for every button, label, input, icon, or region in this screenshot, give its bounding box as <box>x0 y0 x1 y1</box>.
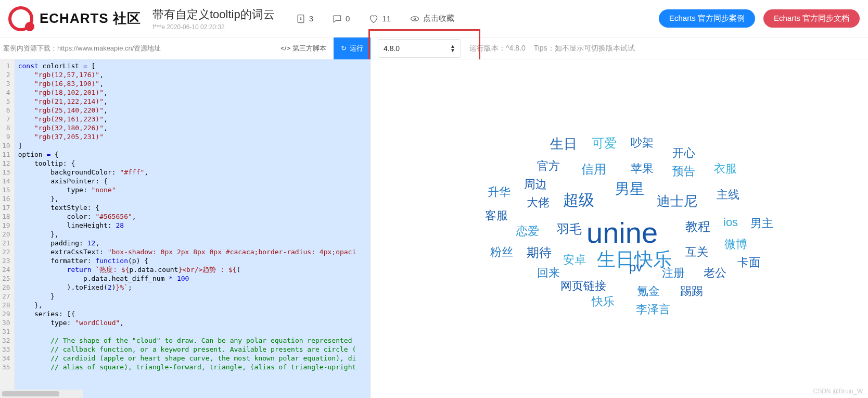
subbar: 案例内资源下载：https://www.makeapie.cn/资源地址 </>… <box>0 38 868 59</box>
favorite-label: 点击收藏 <box>423 14 454 23</box>
wordcloud: unine生日快乐超级男星信用生日可爱吵架开心官方苹果预告衣服周边升华大佬迪士尼… <box>371 59 868 398</box>
code-editor[interactable]: 1234567891011121314151617181920212223242… <box>0 59 371 398</box>
word-item[interactable]: unine <box>586 216 658 250</box>
header-buttons: Echarts 官方同步案例 Echarts 官方同步文档 <box>659 9 860 28</box>
word-item[interactable]: 卡面 <box>737 255 760 270</box>
code-icon: </> <box>280 44 290 52</box>
logo-text: ECHARTS 社区 <box>40 9 141 28</box>
word-item[interactable]: 大佬 <box>527 195 550 210</box>
word-item[interactable]: 男星 <box>615 179 644 199</box>
word-item[interactable]: 衣服 <box>714 161 737 177</box>
download-icon <box>296 14 306 24</box>
word-item[interactable]: 快乐 <box>592 294 615 309</box>
word-item[interactable]: 生日 <box>550 135 577 153</box>
word-item[interactable]: 迪士尼 <box>657 192 697 210</box>
refresh-icon: ↻ <box>341 44 347 52</box>
word-item[interactable]: 超级 <box>563 190 594 211</box>
word-item[interactable]: pv <box>629 260 642 275</box>
code-body[interactable]: const colorList = [ "rgb(12,57,176)", "r… <box>15 59 370 398</box>
page-title: 带有自定义tooltip的词云 <box>152 7 275 22</box>
eye-icon <box>410 14 420 24</box>
word-item[interactable]: ios <box>723 216 738 229</box>
comments-stat[interactable]: 0 <box>332 14 350 24</box>
third-party-label: 第三方脚本 <box>292 44 326 53</box>
watermark: CSDN @Bruin_W <box>813 388 863 395</box>
word-item[interactable]: 李泽言 <box>636 302 670 317</box>
logo-icon <box>8 6 33 31</box>
meta: f***e 2020-06-10 02:20:32 <box>152 23 275 31</box>
downloads-count: 3 <box>309 14 313 23</box>
word-item[interactable]: 吵架 <box>631 135 654 151</box>
stats: 3 0 11 点击收藏 <box>296 14 454 24</box>
third-party-button[interactable]: </> 第三方脚本 <box>273 44 334 53</box>
word-item[interactable]: 回来 <box>537 265 560 281</box>
word-item[interactable]: 安卓 <box>563 252 586 268</box>
line-gutter: 1234567891011121314151617181920212223242… <box>0 59 15 398</box>
word-item[interactable]: 客服 <box>485 208 508 223</box>
word-item[interactable]: 氪金 <box>637 283 660 299</box>
likes-stat[interactable]: 11 <box>368 14 391 24</box>
word-item[interactable]: 主线 <box>717 187 739 203</box>
word-item[interactable]: 信用 <box>581 161 606 178</box>
docs-button[interactable]: Echarts 官方同步文档 <box>763 9 860 28</box>
word-item[interactable]: 官方 <box>537 158 560 174</box>
header: ECHARTS 社区 带有自定义tooltip的词云 f***e 2020-06… <box>0 0 868 38</box>
author: f***e <box>152 23 165 31</box>
logo[interactable]: ECHARTS 社区 <box>8 6 141 31</box>
run-button[interactable]: ↻ 运行 <box>334 38 371 59</box>
word-item[interactable]: 网页链接 <box>560 278 606 294</box>
main: 1234567891011121314151617181920212223242… <box>0 59 868 398</box>
comment-icon <box>332 14 342 24</box>
run-label: 运行 <box>350 44 363 53</box>
svg-point-2 <box>414 18 415 19</box>
svg-point-1 <box>411 16 419 20</box>
version-info: 运行版本：^4.8.0 <box>469 44 526 53</box>
word-item[interactable]: 可爱 <box>592 135 617 152</box>
word-item[interactable]: 粉丝 <box>490 244 513 260</box>
comments-count: 0 <box>346 14 350 23</box>
word-item[interactable]: 周边 <box>524 177 547 192</box>
word-item[interactable]: 期待 <box>527 244 552 261</box>
horizontal-scrollbar[interactable] <box>0 390 83 398</box>
word-item[interactable]: 预告 <box>672 164 695 179</box>
word-item[interactable]: 苹果 <box>631 161 654 177</box>
download-text: 案例内资源下载：https://www.makeapie.cn/资源地址 <box>3 44 161 53</box>
version-value: 4.8.0 <box>384 44 400 53</box>
downloads-stat[interactable]: 3 <box>296 14 313 24</box>
version-select[interactable]: 4.8.0 ▲▼ <box>378 39 461 58</box>
subbar-left: 案例内资源下载：https://www.makeapie.cn/资源地址 </>… <box>0 38 371 59</box>
word-item[interactable]: 教程 <box>685 218 710 235</box>
word-item[interactable]: 男主 <box>750 216 773 231</box>
favorite-stat[interactable]: 点击收藏 <box>410 14 454 24</box>
word-item[interactable]: 开心 <box>672 145 695 161</box>
likes-count: 11 <box>382 14 391 23</box>
heart-icon <box>368 14 379 24</box>
date: 2020-06-10 02:20:32 <box>167 23 224 31</box>
title-block: 带有自定义tooltip的词云 f***e 2020-06-10 02:20:3… <box>152 7 275 31</box>
tips-text: Tips：如不显示可切换版本试试 <box>534 44 635 53</box>
chevron-updown-icon: ▲▼ <box>450 44 455 53</box>
word-item[interactable]: 踢踢 <box>680 283 703 299</box>
word-item[interactable]: 老公 <box>704 265 726 281</box>
subbar-right: 4.8.0 ▲▼ 运行版本：^4.8.0 Tips：如不显示可切换版本试试 <box>371 39 635 58</box>
subbar-actions: </> 第三方脚本 ↻ 运行 <box>273 38 371 59</box>
word-item[interactable]: 微博 <box>724 237 747 252</box>
word-item[interactable]: 恋爱 <box>516 223 539 239</box>
examples-button[interactable]: Echarts 官方同步案例 <box>659 9 755 28</box>
word-item[interactable]: 注册 <box>662 265 685 281</box>
word-item[interactable]: 升华 <box>488 184 510 200</box>
word-item[interactable]: 互关 <box>685 244 708 260</box>
word-item[interactable]: 羽毛 <box>557 221 582 238</box>
preview-panel: unine生日快乐超级男星信用生日可爱吵架开心官方苹果预告衣服周边升华大佬迪士尼… <box>371 59 868 398</box>
